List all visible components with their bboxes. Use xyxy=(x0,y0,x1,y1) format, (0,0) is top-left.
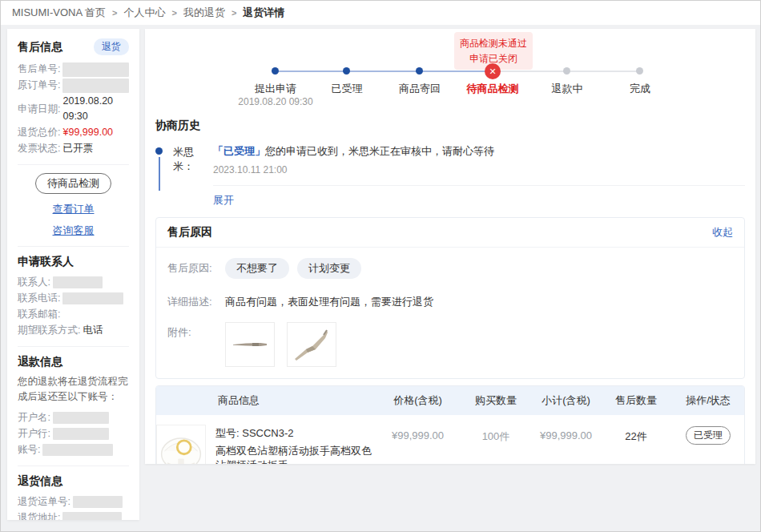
after-sales-sidebar: 售后信息 退货 售后单号: 原订单号: 申请日期:2019.08.20 09:3… xyxy=(7,29,139,520)
progress-steps: 商品检测未通过 申请已关闭 ✕ 提出申请 已受理 商品寄回 待商品检测 退款中 … xyxy=(155,29,745,111)
divider xyxy=(18,164,129,165)
progress-line-done xyxy=(276,71,493,72)
expand-link[interactable]: 展开 xyxy=(213,193,234,208)
divider xyxy=(18,346,129,347)
divider xyxy=(18,466,129,466)
product-name[interactable]: 高档双色沾塑柄活动扳手高档双色沾塑柄活动扳手 xyxy=(215,444,376,464)
error-x-icon: ✕ xyxy=(485,63,501,79)
redacted-value xyxy=(42,444,113,456)
product-image[interactable] xyxy=(156,425,206,464)
cell-status: 已受理 xyxy=(672,425,744,464)
breadcrumb-my-returns[interactable]: 我的退货 xyxy=(183,6,225,20)
attachment-image-2[interactable] xyxy=(287,322,336,367)
header-subtotal: 小计(含税) xyxy=(532,393,600,408)
redacted-value xyxy=(53,412,109,424)
breadcrumb-return-detail: 退货详情 xyxy=(243,6,284,20)
header-product-info: 商品信息 xyxy=(156,393,376,408)
refund-note: 您的退款将在退货流程完成后返还至以下账号： xyxy=(18,374,129,405)
invoice-status-label: 发票状态: xyxy=(18,141,60,156)
product-table: 商品信息 价格(含税) 购买数量 小计(含税) 售后数量 操作/状态 xyxy=(155,385,745,464)
breadcrumb-separator: > xyxy=(232,8,236,18)
contact-phone-label: 联系电话: xyxy=(18,291,60,306)
step-date: 2019.08.20 09:30 xyxy=(223,96,328,107)
contact-section-title: 申请联系人 xyxy=(18,255,129,269)
breadcrumb-home[interactable]: MISUMI-VONA 首页 xyxy=(12,6,106,20)
step-dot-icon xyxy=(416,67,423,75)
collapse-link[interactable]: 收起 xyxy=(712,225,733,240)
table-header: 商品信息 价格(含税) 购买数量 小计(含税) 售后数量 操作/状态 xyxy=(156,386,744,415)
step-label-refunding: 退款中 xyxy=(531,82,603,96)
cell-price: ¥99,999.00 xyxy=(376,425,460,464)
timeline-column xyxy=(155,144,173,208)
redacted-value xyxy=(62,79,129,93)
status-pill: 待商品检测 xyxy=(35,173,111,194)
history-entry: 米思米： 「已受理」您的申请已收到，米思米正在审核中，请耐心等待 2023.10… xyxy=(155,144,745,208)
breadcrumb-separator: > xyxy=(112,8,117,18)
breadcrumb: MISUMI-VONA 首页 > 个人中心 > 我的退货 > 退货详情 xyxy=(1,1,760,25)
redacted-value xyxy=(73,496,123,508)
step-label-accepted: 已受理 xyxy=(311,82,383,96)
timeline-dot-icon xyxy=(155,147,163,155)
refund-total-value: ¥99,999.00 xyxy=(62,125,113,140)
header-price: 价格(含税) xyxy=(376,393,460,408)
step-label-inspection: 待商品检测 xyxy=(457,82,529,96)
redacted-value xyxy=(62,292,123,304)
refund-section-title: 退款信息 xyxy=(18,355,129,369)
attachments-label: 附件: xyxy=(167,322,225,340)
step-label-returned: 商品寄回 xyxy=(384,82,456,96)
divider xyxy=(213,185,745,186)
description-text: 商品有问题，表面处理有问题，需要进行退货 xyxy=(225,292,433,309)
contact-service-link[interactable]: 咨询客服 xyxy=(18,224,129,238)
timeline-line xyxy=(159,157,160,191)
after-sales-reason-box: 售后原因 收起 售后原因: 不想要了 计划变更 详细描述: 商品有问题，表面处理… xyxy=(155,217,745,379)
history-message: 「已受理」您的申请已收到，米思米正在审核中，请耐心等待 xyxy=(213,144,745,159)
respirator-mask-image xyxy=(157,427,205,465)
drill-bit-image xyxy=(228,325,272,364)
redacted-value xyxy=(62,62,129,77)
reason-tag: 不想要了 xyxy=(225,258,289,279)
bank-label: 开户行: xyxy=(18,426,50,441)
step-dot-icon xyxy=(343,67,350,75)
tool-image xyxy=(290,325,333,364)
history-status: 「已受理」 xyxy=(213,145,265,157)
service-no-label: 售后单号: xyxy=(18,62,60,77)
history-author: 米思米： xyxy=(173,144,213,208)
status-badge: 已受理 xyxy=(686,426,731,445)
view-order-link[interactable]: 查看订单 xyxy=(18,202,129,216)
step-dot-icon xyxy=(272,67,279,75)
step-dot-icon xyxy=(563,67,570,75)
sidebar-title: 售后信息 xyxy=(18,40,62,54)
description-label: 详细描述: xyxy=(167,292,225,309)
product-model: 型号: SSCCN3-2 xyxy=(215,426,376,441)
return-address-label: 退货地址: xyxy=(18,510,60,520)
cell-after-sales-qty: 22件 xyxy=(600,425,672,464)
step-label-complete: 完成 xyxy=(604,82,676,96)
preferred-contact-value: 电话 xyxy=(83,323,103,338)
apply-date-value: 2019.08.20 09:30 xyxy=(62,94,129,124)
tracking-no-label: 退货运单号: xyxy=(18,494,70,510)
preferred-contact-label: 期望联系方式: xyxy=(18,323,80,338)
redacted-value xyxy=(62,512,122,520)
return-type-badge: 退货 xyxy=(94,38,129,55)
contact-name-label: 联系人: xyxy=(18,275,50,290)
header-after-sales-qty: 售后数量 xyxy=(600,393,672,408)
attachment-image-1[interactable] xyxy=(225,322,275,367)
step-label-submit: 提出申请 xyxy=(240,82,312,96)
contact-email-label: 联系邮箱: xyxy=(18,307,60,322)
reason-title: 售后原因 xyxy=(167,225,212,240)
breadcrumb-personal-center[interactable]: 个人中心 xyxy=(123,6,165,20)
step-dot-icon xyxy=(636,67,643,75)
reason-label: 售后原因: xyxy=(167,258,225,276)
orig-order-no-label: 原订单号: xyxy=(18,78,60,93)
header-action-status: 操作/状态 xyxy=(672,393,744,408)
history-time: 2023.10.11 21:00 xyxy=(213,164,745,175)
account-no-label: 账号: xyxy=(18,442,40,457)
account-name-label: 开户名: xyxy=(18,410,50,425)
apply-date-label: 申请日期: xyxy=(18,102,60,117)
tooltip-line1: 商品检测未通过 xyxy=(459,36,528,51)
redacted-value xyxy=(53,428,109,440)
reason-tag: 计划变更 xyxy=(297,258,361,279)
cell-subtotal: ¥99,999.00 xyxy=(532,425,600,464)
breadcrumb-separator: > xyxy=(171,8,176,18)
redacted-value xyxy=(53,276,103,288)
